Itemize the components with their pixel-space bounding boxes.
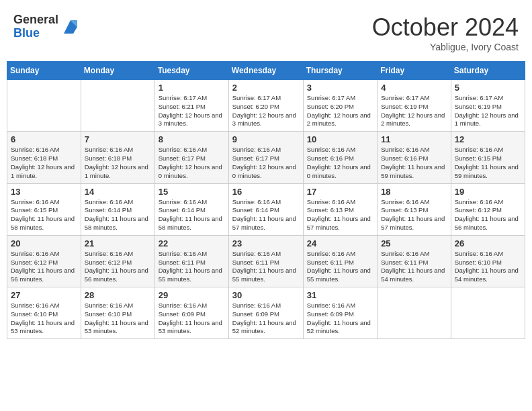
day-number: 26 [455, 238, 521, 248]
day-number: 10 [307, 134, 373, 144]
calendar-cell: 25Sunrise: 6:16 AM Sunset: 6:11 PM Dayli… [378, 235, 451, 287]
calendar-cell: 7Sunrise: 6:16 AM Sunset: 6:18 PM Daylig… [81, 132, 154, 183]
day-info: Sunrise: 6:16 AM Sunset: 6:10 PM Dayligh… [11, 302, 77, 336]
day-number: 11 [381, 134, 447, 144]
day-number: 31 [307, 290, 373, 300]
calendar-cell: 3Sunrise: 6:17 AM Sunset: 6:20 PM Daylig… [303, 80, 377, 132]
day-number: 15 [159, 187, 225, 197]
calendar-cell: 29Sunrise: 6:16 AM Sunset: 6:09 PM Dayli… [154, 287, 228, 339]
weekday-header-monday: Monday [81, 62, 154, 80]
day-info: Sunrise: 6:16 AM Sunset: 6:13 PM Dayligh… [381, 198, 447, 232]
calendar-cell: 27Sunrise: 6:16 AM Sunset: 6:10 PM Dayli… [7, 287, 81, 339]
day-number: 14 [85, 187, 151, 197]
calendar-cell: 11Sunrise: 6:16 AM Sunset: 6:16 PM Dayli… [378, 132, 451, 183]
calendar-table: SundayMondayTuesdayWednesdayThursdayFrid… [7, 61, 525, 339]
day-number: 17 [307, 187, 373, 197]
calendar-cell: 22Sunrise: 6:16 AM Sunset: 6:11 PM Dayli… [154, 235, 228, 287]
weekday-header-friday: Friday [378, 62, 451, 80]
day-number: 1 [159, 83, 225, 93]
day-info: Sunrise: 6:16 AM Sunset: 6:16 PM Dayligh… [381, 146, 447, 180]
calendar-week-row: 13Sunrise: 6:16 AM Sunset: 6:15 PM Dayli… [7, 183, 525, 235]
day-info: Sunrise: 6:16 AM Sunset: 6:16 PM Dayligh… [307, 146, 373, 180]
calendar-cell: 2Sunrise: 6:17 AM Sunset: 6:20 PM Daylig… [228, 80, 303, 132]
day-info: Sunrise: 6:16 AM Sunset: 6:17 PM Dayligh… [159, 146, 225, 180]
day-number: 20 [11, 238, 77, 248]
weekday-header-thursday: Thursday [303, 62, 377, 80]
calendar-cell: 9Sunrise: 6:16 AM Sunset: 6:17 PM Daylig… [228, 132, 303, 183]
day-number: 12 [455, 134, 521, 144]
logo-icon [61, 17, 80, 36]
day-number: 4 [381, 83, 447, 93]
day-info: Sunrise: 6:17 AM Sunset: 6:21 PM Dayligh… [159, 94, 225, 128]
calendar-cell [81, 80, 154, 132]
calendar-cell [7, 80, 81, 132]
calendar-cell [378, 287, 451, 339]
calendar-cell: 14Sunrise: 6:16 AM Sunset: 6:14 PM Dayli… [81, 183, 154, 235]
day-number: 16 [232, 187, 300, 197]
calendar-cell: 24Sunrise: 6:16 AM Sunset: 6:11 PM Dayli… [303, 235, 377, 287]
day-info: Sunrise: 6:16 AM Sunset: 6:14 PM Dayligh… [159, 198, 225, 232]
day-number: 22 [159, 238, 225, 248]
day-info: Sunrise: 6:16 AM Sunset: 6:12 PM Dayligh… [11, 250, 77, 284]
day-info: Sunrise: 6:16 AM Sunset: 6:15 PM Dayligh… [455, 146, 521, 180]
day-info: Sunrise: 6:16 AM Sunset: 6:15 PM Dayligh… [11, 198, 77, 232]
weekday-header-wednesday: Wednesday [228, 62, 303, 80]
day-number: 8 [159, 134, 225, 144]
calendar-cell: 19Sunrise: 6:16 AM Sunset: 6:12 PM Dayli… [451, 183, 525, 235]
day-number: 21 [85, 238, 151, 248]
day-info: Sunrise: 6:16 AM Sunset: 6:12 PM Dayligh… [455, 198, 521, 232]
day-number: 24 [307, 238, 373, 248]
logo: General Blue [13, 13, 80, 40]
day-info: Sunrise: 6:16 AM Sunset: 6:11 PM Dayligh… [159, 250, 225, 284]
day-info: Sunrise: 6:16 AM Sunset: 6:11 PM Dayligh… [232, 250, 300, 284]
calendar-cell: 30Sunrise: 6:16 AM Sunset: 6:09 PM Dayli… [228, 287, 303, 339]
calendar-week-row: 20Sunrise: 6:16 AM Sunset: 6:12 PM Dayli… [7, 235, 525, 287]
calendar-cell: 18Sunrise: 6:16 AM Sunset: 6:13 PM Dayli… [378, 183, 451, 235]
calendar-cell: 5Sunrise: 6:17 AM Sunset: 6:19 PM Daylig… [451, 80, 525, 132]
weekday-header-row: SundayMondayTuesdayWednesdayThursdayFrid… [7, 62, 525, 80]
day-info: Sunrise: 6:16 AM Sunset: 6:10 PM Dayligh… [85, 302, 151, 336]
day-info: Sunrise: 6:16 AM Sunset: 6:14 PM Dayligh… [232, 198, 300, 232]
day-number: 27 [11, 290, 77, 300]
title-block: October 2024 Yabligue, Ivory Coast [372, 13, 519, 52]
calendar-cell: 6Sunrise: 6:16 AM Sunset: 6:18 PM Daylig… [7, 132, 81, 183]
calendar-week-row: 27Sunrise: 6:16 AM Sunset: 6:10 PM Dayli… [7, 287, 525, 339]
calendar-cell: 4Sunrise: 6:17 AM Sunset: 6:19 PM Daylig… [378, 80, 451, 132]
day-info: Sunrise: 6:17 AM Sunset: 6:20 PM Dayligh… [307, 94, 373, 128]
calendar-week-row: 6Sunrise: 6:16 AM Sunset: 6:18 PM Daylig… [7, 132, 525, 183]
calendar-week-row: 1Sunrise: 6:17 AM Sunset: 6:21 PM Daylig… [7, 80, 525, 132]
weekday-header-saturday: Saturday [451, 62, 525, 80]
day-info: Sunrise: 6:16 AM Sunset: 6:11 PM Dayligh… [307, 250, 373, 284]
day-number: 9 [232, 134, 300, 144]
weekday-header-sunday: Sunday [7, 62, 81, 80]
day-info: Sunrise: 6:16 AM Sunset: 6:18 PM Dayligh… [11, 146, 77, 180]
calendar-cell: 20Sunrise: 6:16 AM Sunset: 6:12 PM Dayli… [7, 235, 81, 287]
calendar-cell: 26Sunrise: 6:16 AM Sunset: 6:10 PM Dayli… [451, 235, 525, 287]
day-info: Sunrise: 6:17 AM Sunset: 6:19 PM Dayligh… [381, 94, 447, 128]
calendar-cell: 23Sunrise: 6:16 AM Sunset: 6:11 PM Dayli… [228, 235, 303, 287]
calendar-cell: 31Sunrise: 6:16 AM Sunset: 6:09 PM Dayli… [303, 287, 377, 339]
day-info: Sunrise: 6:16 AM Sunset: 6:13 PM Dayligh… [307, 198, 373, 232]
day-number: 6 [11, 134, 77, 144]
day-number: 30 [232, 290, 300, 300]
day-number: 2 [232, 83, 300, 93]
calendar-cell: 16Sunrise: 6:16 AM Sunset: 6:14 PM Dayli… [228, 183, 303, 235]
month-title: October 2024 [372, 13, 519, 42]
page-header: General Blue October 2024 Yabligue, Ivor… [7, 7, 525, 56]
day-info: Sunrise: 6:17 AM Sunset: 6:19 PM Dayligh… [455, 94, 521, 128]
day-info: Sunrise: 6:16 AM Sunset: 6:17 PM Dayligh… [232, 146, 300, 180]
day-number: 7 [85, 134, 151, 144]
day-number: 19 [455, 187, 521, 197]
day-number: 18 [381, 187, 447, 197]
day-info: Sunrise: 6:16 AM Sunset: 6:10 PM Dayligh… [455, 250, 521, 284]
day-info: Sunrise: 6:17 AM Sunset: 6:20 PM Dayligh… [232, 94, 300, 128]
day-info: Sunrise: 6:16 AM Sunset: 6:09 PM Dayligh… [307, 302, 373, 336]
day-info: Sunrise: 6:16 AM Sunset: 6:12 PM Dayligh… [85, 250, 151, 284]
calendar-cell: 12Sunrise: 6:16 AM Sunset: 6:15 PM Dayli… [451, 132, 525, 183]
calendar-cell: 17Sunrise: 6:16 AM Sunset: 6:13 PM Dayli… [303, 183, 377, 235]
day-info: Sunrise: 6:16 AM Sunset: 6:09 PM Dayligh… [159, 302, 225, 336]
logo-general-text: General [13, 13, 58, 27]
day-number: 25 [381, 238, 447, 248]
calendar-cell: 28Sunrise: 6:16 AM Sunset: 6:10 PM Dayli… [81, 287, 154, 339]
calendar-cell: 10Sunrise: 6:16 AM Sunset: 6:16 PM Dayli… [303, 132, 377, 183]
